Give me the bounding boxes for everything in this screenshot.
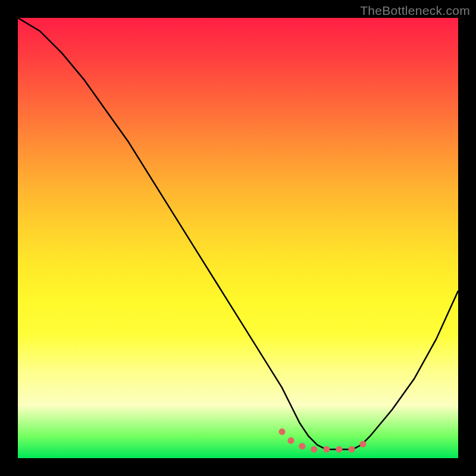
- chart-frame: TheBottleneck.com: [0, 0, 476, 476]
- plot-area: [18, 18, 458, 458]
- watermark-text: TheBottleneck.com: [360, 4, 470, 18]
- highlight-marker: [18, 18, 458, 458]
